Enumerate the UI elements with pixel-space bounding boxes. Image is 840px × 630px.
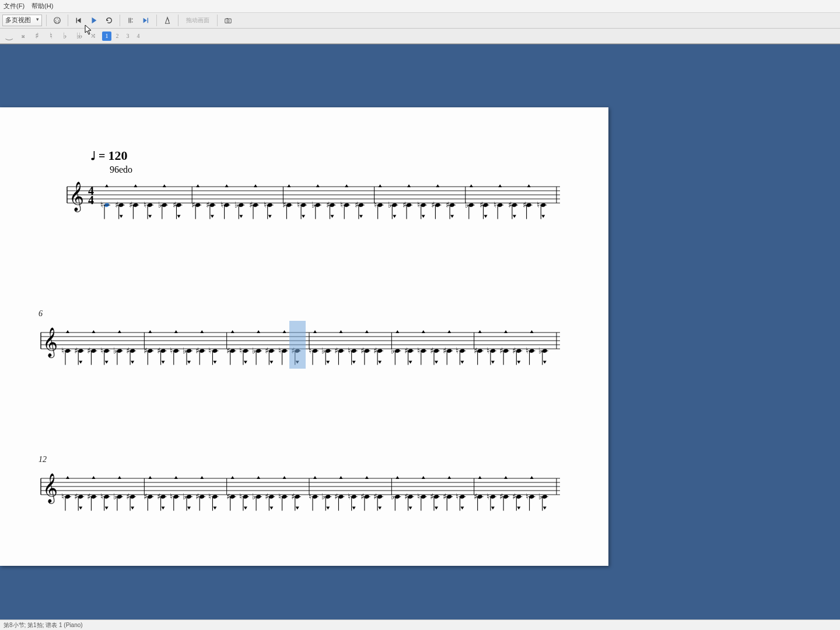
svg-point-4 [55, 22, 57, 23]
voice-1[interactable]: 1 [102, 32, 111, 41]
svg-text:♮: ♮ [340, 201, 343, 209]
measure-number: 6 [38, 309, 43, 318]
svg-text:♮: ♮ [208, 346, 211, 355]
svg-text:♯: ♯ [191, 201, 195, 209]
svg-text:♮: ♮ [487, 492, 489, 501]
svg-text:♮: ♮ [537, 201, 540, 209]
status-bar: 第8小节; 第1拍; 谱表 1 (Piano) [0, 620, 840, 630]
svg-text:♮: ♮ [456, 346, 459, 355]
midi-button[interactable] [51, 14, 64, 27]
rewind-button[interactable] [72, 14, 85, 27]
svg-text:♯: ♯ [129, 201, 133, 209]
separator [68, 15, 68, 26]
svg-text:♯: ♯ [431, 201, 435, 209]
svg-text:𝄞: 𝄞 [43, 327, 58, 358]
svg-point-14 [227, 20, 229, 22]
svg-text:𝄞: 𝄞 [43, 473, 58, 504]
svg-text:♯: ♯ [499, 492, 503, 501]
svg-text:♮: ♮ [309, 492, 312, 501]
voice-2[interactable]: 2 [113, 32, 122, 41]
svg-text:𝄞: 𝄞 [69, 181, 84, 212]
svg-text:♯: ♯ [360, 346, 365, 355]
play-to-end-button[interactable] [139, 14, 152, 27]
svg-text:♯: ♯ [334, 346, 338, 355]
svg-text:♯: ♯ [226, 492, 230, 501]
svg-text:♯: ♯ [195, 492, 200, 501]
svg-text:♮: ♮ [417, 346, 420, 355]
svg-point-3 [58, 20, 60, 21]
svg-text:♭: ♭ [388, 201, 392, 209]
svg-text:♯: ♯ [265, 492, 269, 501]
svg-text:♯: ♯ [443, 346, 447, 355]
tempo-marking[interactable]: ♩ = 120 [90, 148, 573, 163]
svg-text:♭: ♭ [252, 346, 256, 355]
svg-text:♮: ♮ [526, 492, 528, 501]
flip-icon[interactable]: ⤭ [88, 32, 98, 40]
svg-text:♯: ♯ [373, 492, 377, 501]
svg-text:♯: ♯ [74, 346, 78, 355]
measure-number: 12 [38, 455, 47, 464]
svg-point-10 [132, 22, 133, 23]
flat-icon[interactable]: ♭ [60, 31, 70, 41]
workspace-dropdown[interactable]: 多页视图 [2, 15, 42, 26]
svg-text:♮: ♮ [100, 201, 103, 209]
svg-text:♮: ♮ [526, 346, 528, 355]
svg-text:♮: ♮ [208, 492, 211, 501]
svg-text:♮: ♮ [278, 492, 281, 501]
svg-text:♮: ♮ [456, 492, 459, 501]
svg-text:♯: ♯ [115, 201, 119, 209]
svg-text:♭: ♭ [321, 346, 326, 355]
svg-text:♯: ♯ [157, 492, 161, 501]
svg-text:♭: ♭ [538, 492, 542, 501]
tie-icon[interactable]: ‿ [4, 31, 14, 41]
sharp-icon[interactable]: ♯ [32, 31, 42, 41]
main-toolbar: 多页视图 拖动画面 [0, 12, 840, 29]
svg-text:♯: ♯ [480, 201, 484, 209]
metronome-button[interactable] [161, 14, 174, 27]
svg-text:♮: ♮ [100, 346, 103, 355]
svg-text:♭: ♭ [113, 346, 117, 355]
svg-text:♯: ♯ [282, 201, 286, 209]
repeat-button[interactable] [124, 14, 137, 27]
svg-text:♮: ♮ [61, 346, 64, 355]
pan-button[interactable]: 拖动画面 [183, 14, 213, 27]
svg-text:♯: ♯ [404, 346, 408, 355]
svg-text:♮: ♮ [220, 201, 223, 209]
menu-item-help[interactable]: 帮助(H) [32, 2, 53, 10]
svg-point-2 [55, 20, 57, 21]
play-button[interactable] [88, 14, 100, 27]
svg-text:♯: ♯ [126, 346, 130, 355]
svg-text:♯: ♯ [144, 492, 148, 501]
capture-button[interactable] [222, 14, 235, 27]
svg-rect-15 [226, 18, 228, 19]
quarter-note-icon: ♩ = [90, 149, 108, 162]
score-subtitle[interactable]: 96edo [110, 164, 573, 175]
voice-3[interactable]: 3 [123, 32, 132, 41]
staff: 𝄞♮♯♯♮♭♯♯♯♮♭♯♮♯♮♭♯♮♯♮♭♯♮♯♯♭♯♮♯♯♮♯♮♯♯♮♭ [35, 467, 560, 519]
svg-text:♯: ♯ [249, 201, 253, 209]
svg-text:♯: ♯ [126, 492, 130, 501]
svg-text:♭: ♭ [113, 492, 117, 501]
staff-system[interactable]: 6𝄞♮♯♯♮♭♯♯♯♮♭♯♮♯♮♭♯♮♯♮♭♯♮♯♯♭♯♮♯♯♮♯♮♯♯♮♭ [35, 321, 573, 373]
svg-text:♯: ♯ [430, 346, 434, 355]
separator [46, 15, 47, 26]
svg-rect-13 [225, 19, 232, 23]
svg-point-9 [132, 19, 133, 20]
staff-system[interactable]: 12𝄞♮♯♯♮♭♯♯♯♮♭♯♮♯♮♭♯♮♯♮♭♯♮♯♯♭♯♮♯♯♮♯♮♯♯♮♭ [35, 467, 573, 519]
svg-text:♯: ♯ [265, 346, 269, 355]
menu-item-file[interactable]: 文件(F) [4, 2, 24, 10]
svg-rect-11 [148, 18, 148, 23]
svg-text:♮: ♮ [417, 492, 420, 501]
svg-text:♮: ♮ [100, 492, 103, 501]
loop-button[interactable] [103, 14, 116, 27]
svg-text:♯: ♯ [157, 346, 161, 355]
staff-system[interactable]: 𝄞4 4♮♯♯♮♭♯♯♯♮♭♯♮♯♮♭♯♮♯♮♭♯♮♯♯♭♯♮♯♯♮ [35, 175, 573, 228]
score-canvas[interactable]: ♩ = 120 96edo 𝄞4 4♮♯♯♮♭♯♯♯♮♭♯♮♯♮♭♯♮♯♮♭♯♮… [0, 44, 840, 620]
double-flat-icon[interactable]: ♭♭ [74, 31, 84, 41]
svg-text:♭: ♭ [183, 492, 187, 501]
svg-text:♯: ♯ [512, 346, 516, 355]
double-sharp-icon[interactable]: 𝄪 [18, 32, 28, 40]
voice-4[interactable]: 4 [134, 32, 143, 41]
svg-text:♯: ♯ [446, 201, 450, 209]
natural-icon[interactable]: ♮ [46, 31, 56, 41]
